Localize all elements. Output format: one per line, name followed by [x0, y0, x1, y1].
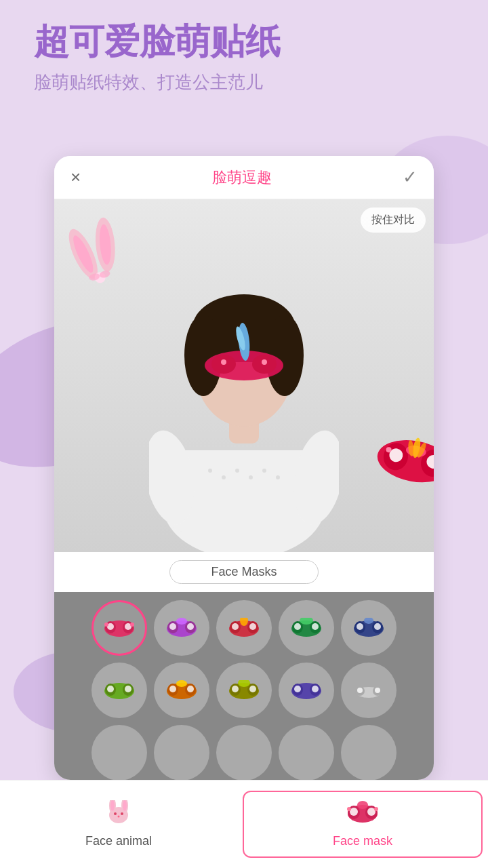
- close-button[interactable]: ×: [70, 167, 81, 188]
- mask-item-12[interactable]: [154, 725, 209, 780]
- mask-item-8[interactable]: [216, 663, 272, 718]
- mask-item-2[interactable]: [154, 600, 209, 656]
- person-figure: [149, 220, 339, 552]
- svg-point-118: [357, 801, 368, 809]
- svg-point-68: [312, 623, 319, 630]
- mask-item-6[interactable]: [92, 663, 147, 718]
- svg-point-108: [114, 812, 117, 815]
- svg-point-50: [104, 623, 108, 627]
- svg-point-80: [125, 686, 131, 692]
- svg-point-105: [110, 800, 115, 811]
- svg-point-19: [235, 469, 239, 473]
- svg-point-56: [187, 623, 194, 630]
- masks-row-3: [62, 725, 426, 780]
- svg-point-79: [107, 686, 114, 692]
- svg-point-55: [169, 623, 176, 630]
- face-animal-label: Face animal: [85, 834, 152, 848]
- svg-point-116: [347, 807, 351, 811]
- main-card: × 脸萌逗趣 ✓: [54, 156, 434, 780]
- mask-item-3[interactable]: [216, 600, 272, 656]
- svg-point-109: [121, 812, 123, 815]
- svg-point-101: [357, 688, 363, 693]
- face-animal-icon: [104, 800, 134, 829]
- mask-item-4[interactable]: [279, 600, 334, 656]
- svg-point-20: [249, 475, 253, 479]
- svg-point-51: [130, 623, 134, 627]
- svg-point-74: [374, 623, 381, 630]
- mask-item-9[interactable]: [279, 663, 334, 718]
- svg-point-84: [169, 686, 176, 692]
- main-title: 超可爱脸萌贴纸: [34, 20, 454, 62]
- tab-face-animal[interactable]: Face animal: [0, 792, 237, 856]
- svg-point-57: [176, 618, 187, 625]
- svg-point-117: [374, 807, 378, 811]
- mask-item-7[interactable]: [154, 663, 209, 718]
- svg-point-107: [123, 800, 127, 811]
- face-mask-icon: [346, 800, 380, 829]
- card-header: × 脸萌逗趣 ✓: [54, 156, 434, 199]
- sub-title: 脸萌贴纸特效、打造公主范儿: [34, 71, 454, 94]
- svg-point-22: [276, 475, 280, 479]
- header-section: 超可爱脸萌贴纸 脸萌贴纸特效、打造公主范儿: [34, 20, 454, 94]
- svg-point-15: [221, 359, 226, 365]
- bottom-tabs: Face animal Face mask: [0, 780, 488, 868]
- masks-grid: [54, 592, 434, 780]
- mask-item-15[interactable]: [341, 725, 396, 780]
- svg-point-91: [249, 686, 256, 692]
- svg-point-97: [312, 686, 319, 692]
- svg-point-96: [294, 686, 301, 692]
- category-label-bar: Face Masks: [54, 552, 434, 592]
- svg-point-18: [222, 475, 226, 479]
- mask-item-5[interactable]: [341, 600, 396, 656]
- svg-point-110: [118, 816, 120, 818]
- masks-row-1: [62, 600, 426, 656]
- svg-point-67: [294, 623, 301, 630]
- face-mask-label: Face mask: [333, 834, 392, 848]
- tab-face-mask[interactable]: Face mask: [243, 791, 483, 858]
- svg-point-62: [249, 623, 256, 630]
- svg-point-73: [357, 623, 363, 630]
- svg-point-17: [208, 469, 212, 473]
- masks-row-2: [62, 663, 426, 718]
- svg-point-86: [176, 680, 187, 687]
- svg-point-85: [187, 686, 194, 692]
- mask-item-1[interactable]: [92, 600, 147, 656]
- photo-area: 按住对比: [54, 199, 434, 552]
- category-label: Face Masks: [169, 560, 318, 584]
- mask-item-13[interactable]: [216, 725, 272, 780]
- svg-point-16: [262, 359, 267, 365]
- mask-item-14[interactable]: [279, 725, 334, 780]
- svg-point-102: [375, 688, 380, 693]
- svg-point-21: [262, 469, 266, 473]
- svg-point-61: [232, 623, 239, 630]
- card-title: 脸萌逗趣: [212, 167, 272, 188]
- svg-point-90: [232, 686, 239, 692]
- mask-item-11[interactable]: [92, 725, 147, 780]
- confirm-button[interactable]: ✓: [403, 167, 418, 188]
- compare-button[interactable]: 按住对比: [361, 208, 426, 233]
- mask-item-10[interactable]: [341, 663, 396, 718]
